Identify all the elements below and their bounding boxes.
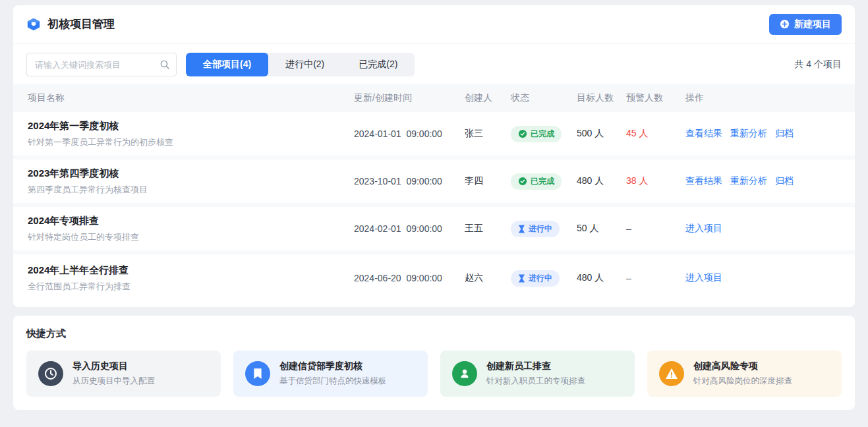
shortcut-new-employee-screening[interactable]: 创建新员工排查 针对新入职员工的专项排查 — [440, 351, 635, 397]
shortcut-high-risk-special[interactable]: 创建高风险专项 针对高风险岗位的深度排查 — [647, 351, 842, 397]
shortcut-description: 针对新入职员工的专项排查 — [486, 376, 585, 387]
target-count: 500 人 — [577, 128, 626, 140]
search-box — [26, 53, 177, 76]
view-results-link[interactable]: 查看结果 — [685, 128, 722, 140]
project-description: 全行范围员工异常行为排查 — [28, 281, 354, 293]
project-time: 2023-10-01 09:00:00 — [354, 176, 465, 186]
target-count: 480 人 — [577, 272, 626, 284]
check-circle-icon — [518, 177, 527, 186]
warning-count: – — [626, 273, 685, 283]
total-count: 共 4 个项目 — [794, 59, 842, 71]
shortcut-title: 创建高风险专项 — [693, 360, 792, 372]
project-creator: 赵六 — [465, 272, 511, 284]
toolbar: 全部项目(4) 进行中(2) 已完成(2) 共 4 个项目 — [13, 43, 855, 84]
shortcut-title: 创建新员工排查 — [486, 360, 585, 372]
warning-icon — [659, 361, 684, 386]
table-row: 2024年第一季度初核 针对第一季度员工异常行为的初步核查 2024-01-01… — [13, 112, 855, 159]
col-header-target: 目标人数 — [577, 92, 626, 104]
reanalyze-link[interactable]: 重新分析 — [730, 175, 767, 187]
table-row: 2023年第四季度初核 第四季度员工异常行为核查项目 2023-10-01 09… — [13, 159, 855, 207]
filter-tabs: 全部项目(4) 进行中(2) 已完成(2) — [186, 53, 415, 76]
tab-all-projects[interactable]: 全部项目(4) — [186, 53, 268, 76]
project-description: 针对特定岗位员工的专项排查 — [28, 231, 354, 243]
project-creator: 张三 — [465, 128, 511, 140]
page-title: 初核项目管理 — [47, 16, 115, 32]
search-icon — [159, 59, 170, 70]
project-description: 针对第一季度员工异常行为的初步核查 — [28, 136, 354, 148]
archive-link[interactable]: 归档 — [775, 175, 794, 187]
reanalyze-link[interactable]: 重新分析 — [730, 128, 767, 140]
cube-logo-icon — [26, 17, 41, 32]
enter-project-link[interactable]: 进入项目 — [685, 223, 722, 235]
shortcut-description: 从历史项目中导入配置 — [72, 376, 155, 387]
bookmark-icon — [245, 361, 270, 386]
project-name: 2023年第四季度初核 — [28, 167, 354, 180]
shortcut-description: 针对高风险岗位的深度排查 — [693, 376, 792, 387]
clock-icon — [38, 361, 63, 386]
status-badge: 进行中 — [511, 221, 560, 237]
main-panel: 初核项目管理 新建项目 全部项目(4) 进行中(2) 已完成(2) 共 4 个项… — [13, 5, 855, 307]
shortcuts-title: 快捷方式 — [26, 327, 842, 340]
shortcut-import-history[interactable]: 导入历史项目 从历史项目中导入配置 — [26, 351, 221, 397]
status-badge: 已完成 — [511, 126, 562, 142]
archive-link[interactable]: 归档 — [775, 128, 794, 140]
target-count: 50 人 — [577, 223, 626, 235]
status-badge-label: 已完成 — [531, 176, 554, 187]
title-bar: 初核项目管理 新建项目 — [13, 5, 855, 43]
table-header: 项目名称 更新/创建时间 创建人 状态 目标人数 预警人数 操作 — [13, 84, 855, 112]
table-row: 2024年上半年全行排查 全行范围员工异常行为排查 2024-06-20 09:… — [13, 254, 855, 302]
target-count: 480 人 — [577, 175, 626, 187]
col-header-status: 状态 — [511, 92, 577, 104]
user-icon — [452, 361, 477, 386]
col-header-name: 项目名称 — [28, 92, 354, 104]
project-name: 2024年第一季度初核 — [28, 120, 354, 132]
project-time: 2024-02-01 09:00:00 — [354, 223, 465, 234]
tab-in-progress[interactable]: 进行中(2) — [268, 53, 341, 76]
warning-count: 45 人 — [626, 128, 685, 140]
col-header-creator: 创建人 — [465, 92, 511, 104]
status-badge-label: 进行中 — [529, 273, 552, 284]
status-badge-label: 已完成 — [531, 128, 554, 140]
shortcut-title: 导入历史项目 — [72, 360, 155, 372]
project-description: 第四季度员工异常行为核查项目 — [28, 184, 354, 196]
project-time: 2024-01-01 09:00:00 — [354, 128, 465, 139]
project-name: 2024年专项排查 — [28, 215, 354, 227]
enter-project-link[interactable]: 进入项目 — [685, 272, 722, 284]
project-time: 2024-06-20 09:00:00 — [354, 273, 465, 283]
col-header-time: 更新/创建时间 — [354, 92, 465, 104]
warning-count: 38 人 — [626, 175, 685, 187]
shortcut-description: 基于信贷部门特点的快速模板 — [279, 376, 387, 387]
hourglass-icon — [518, 274, 525, 283]
check-circle-icon — [518, 129, 527, 138]
project-creator: 王五 — [465, 223, 511, 235]
project-creator: 李四 — [465, 175, 511, 187]
col-header-actions: 操作 — [685, 92, 842, 104]
table-row: 2024年专项排查 针对特定岗位员工的专项排查 2024-02-01 09:00… — [13, 207, 855, 254]
col-header-warning: 预警人数 — [626, 92, 685, 104]
project-name: 2024年上半年全行排查 — [28, 264, 354, 277]
plus-circle-icon — [780, 19, 790, 29]
status-badge: 进行中 — [511, 270, 560, 287]
status-badge-label: 进行中 — [529, 223, 552, 235]
view-results-link[interactable]: 查看结果 — [685, 175, 722, 187]
shortcut-title: 创建信贷部季度初核 — [279, 360, 387, 372]
hourglass-icon — [518, 225, 525, 233]
status-badge: 已完成 — [511, 173, 562, 190]
search-input[interactable] — [26, 53, 177, 76]
shortcuts-panel: 快捷方式 导入历史项目 从历史项目中导入配置 创建信贷部季度初核 — [13, 316, 855, 410]
warning-count: – — [626, 223, 685, 234]
new-project-button-label: 新建项目 — [794, 18, 831, 30]
new-project-button[interactable]: 新建项目 — [769, 14, 842, 35]
tab-completed[interactable]: 已完成(2) — [341, 53, 415, 76]
shortcut-credit-dept-review[interactable]: 创建信贷部季度初核 基于信贷部门特点的快速模板 — [233, 351, 428, 397]
